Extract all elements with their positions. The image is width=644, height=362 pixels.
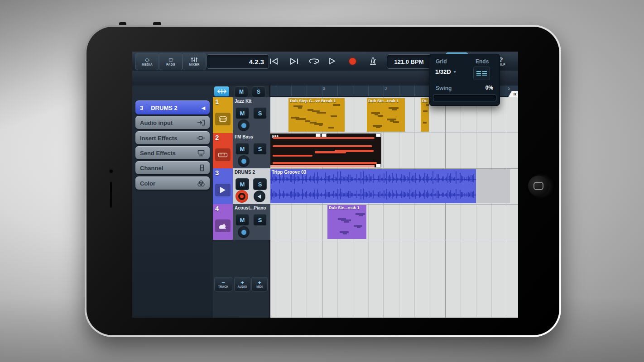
- bezel-slot: [110, 182, 112, 208]
- send-effects-icon: [197, 150, 205, 157]
- track-list: M S 1 Jazz Kit M S 2 FM Bass M S 3: [213, 86, 270, 318]
- midi-clip-fm-bass[interactable]: ass: [270, 133, 381, 167]
- track-mute-button[interactable]: M: [235, 214, 249, 226]
- sidebar-item-audio-input[interactable]: Audio input: [135, 116, 210, 129]
- rewind-to-start-button[interactable]: [266, 54, 281, 68]
- swing-slider[interactable]: [433, 95, 496, 101]
- track3-tail-region: [476, 169, 510, 203]
- record-arm-button[interactable]: [235, 190, 248, 203]
- record-arm-button[interactable]: [238, 226, 250, 238]
- record-button[interactable]: [345, 54, 360, 68]
- track-header-2[interactable]: 2 FM Bass M S: [213, 133, 270, 168]
- track-header-3[interactable]: 3 DRUMS 2 M S: [213, 168, 270, 204]
- color-icon: [197, 180, 205, 187]
- add-audio-track-button[interactable]: +AUDIO: [234, 277, 250, 291]
- track-header-main[interactable]: Jazz Kit M S: [233, 97, 270, 133]
- mixer-button[interactable]: MIXER: [183, 53, 206, 70]
- record-arm-button[interactable]: [238, 155, 250, 167]
- midi-clip-piano-break[interactable]: Dub Ste...reak 1: [327, 205, 366, 239]
- metronome-button[interactable]: [365, 54, 380, 68]
- track-number: 2: [215, 133, 219, 141]
- clip-resize-handle[interactable]: [322, 133, 327, 137]
- record-icon: [349, 58, 356, 65]
- grid-value-dropdown[interactable]: 1/32D ▾: [435, 68, 456, 75]
- sidebar-item-channel[interactable]: Channel: [135, 161, 210, 174]
- pads-button[interactable]: □ PADS: [159, 53, 183, 70]
- ends-icon: [482, 71, 487, 76]
- quantize-popup: Grid Ends 1/32D ▾ Swing 0%: [429, 54, 500, 106]
- song-position-display[interactable]: 4.2.3: [207, 54, 269, 69]
- audio-clip-tripp-groove[interactable]: Tripp Groove 03: [270, 169, 476, 203]
- clip-resize-handle[interactable]: [316, 133, 321, 137]
- track-solo-button[interactable]: S: [253, 107, 267, 119]
- track-name: DRUMS 2: [235, 170, 255, 175]
- tablet-bezel: ◇ MEDIA □ PADS MIXER: [87, 27, 559, 335]
- bar-number: 5: [508, 86, 510, 90]
- cycle-button[interactable]: [307, 54, 322, 68]
- add-midi-track-button[interactable]: +MIDI: [251, 277, 268, 291]
- collapse-inspector-icon[interactable]: ◀: [202, 105, 205, 110]
- desktop-background: ◇ MEDIA □ PADS MIXER: [0, 0, 644, 362]
- media-button[interactable]: ◇ MEDIA: [135, 53, 159, 70]
- speaker-icon: [257, 194, 262, 199]
- track-solo-button[interactable]: S: [253, 143, 267, 155]
- ends-icon: [476, 71, 481, 76]
- track-header-main[interactable]: DRUMS 2 M S: [233, 168, 270, 204]
- track-instrument-icon: [215, 113, 231, 125]
- ends-mode-button[interactable]: [473, 67, 490, 80]
- remove-track-button[interactable]: −TRACK: [214, 277, 232, 291]
- play-button[interactable]: [326, 54, 338, 68]
- track-name: Jazz Kit: [235, 99, 251, 104]
- front-camera: [110, 170, 113, 173]
- tempo-display[interactable]: 121.0 BPM: [387, 54, 431, 69]
- midi-clip-dubstep-break-2[interactable]: Dub Ste...reak 1: [367, 98, 405, 132]
- global-solo-button[interactable]: S: [252, 86, 265, 97]
- popup-grid-label: Grid: [436, 58, 447, 65]
- track-name: Acoust...Piano: [235, 205, 266, 210]
- record-arm-button[interactable]: [238, 119, 250, 131]
- track-instrument-icon: [215, 184, 231, 196]
- track-header-1[interactable]: 1 Jazz Kit M S: [213, 97, 270, 133]
- track-solo-button[interactable]: S: [253, 214, 267, 226]
- track-header-main[interactable]: Acoust...Piano M S: [233, 204, 270, 240]
- track-color-strip: 4: [213, 204, 233, 240]
- bar-number: 2: [323, 86, 325, 90]
- sidebar-item-insert-effects[interactable]: Insert Effects: [135, 131, 210, 144]
- track-mute-button[interactable]: M: [235, 143, 249, 155]
- tablet-device: ◇ MEDIA □ PADS MIXER: [85, 25, 561, 337]
- cycle-icon: [309, 58, 320, 64]
- global-mute-button[interactable]: M: [235, 86, 248, 97]
- channel-fader-icon: [199, 164, 205, 171]
- sidebar-item-send-effects[interactable]: Send Effects: [135, 146, 210, 159]
- track-mute-button[interactable]: M: [235, 107, 249, 119]
- popup-ends-label: Ends: [476, 58, 489, 65]
- track-header-4[interactable]: 4 Acoust...Piano M S: [213, 204, 270, 240]
- track-mute-button[interactable]: M: [235, 178, 249, 190]
- insert-effects-icon: [196, 135, 205, 141]
- rewind-to-start-icon: [269, 58, 279, 65]
- track-instrument-icon: [215, 148, 231, 161]
- clip-resize-handle[interactable]: [376, 164, 381, 167]
- track-solo-button[interactable]: S: [253, 178, 267, 190]
- forward-to-end-icon: [289, 58, 299, 65]
- app-screen: ◇ MEDIA □ PADS MIXER: [132, 52, 518, 318]
- midi-clip-dubstep-break-3[interactable]: Du: [421, 98, 429, 132]
- clip-resize-handle[interactable]: [376, 133, 381, 137]
- track-header-main[interactable]: FM Bass M S: [233, 133, 270, 168]
- track-name: FM Bass: [235, 134, 253, 139]
- selected-track-button[interactable]: 3 DRUMS 2 ◀: [135, 100, 210, 114]
- track-number: 4: [215, 205, 219, 212]
- swing-value: 0%: [485, 85, 493, 91]
- track-color-strip: 2: [213, 133, 233, 168]
- monitor-button[interactable]: [254, 191, 265, 202]
- media-icon: ◇: [145, 57, 149, 62]
- midi-clip-dubstep-break-1[interactable]: Dub Step G...ve Break 1: [288, 98, 345, 132]
- bar-number: 3: [384, 86, 387, 90]
- forward-to-end-button[interactable]: [287, 54, 302, 68]
- home-button[interactable]: [528, 176, 549, 196]
- track-list-toggle-button[interactable]: [214, 86, 229, 96]
- mixer-icon: [191, 57, 198, 62]
- arrangement-area[interactable]: Dub Step G...ve Break 1 Dub Ste...reak 1…: [270, 86, 518, 318]
- selected-track-number: 3: [140, 105, 147, 111]
- sidebar-item-color[interactable]: Color: [135, 176, 210, 190]
